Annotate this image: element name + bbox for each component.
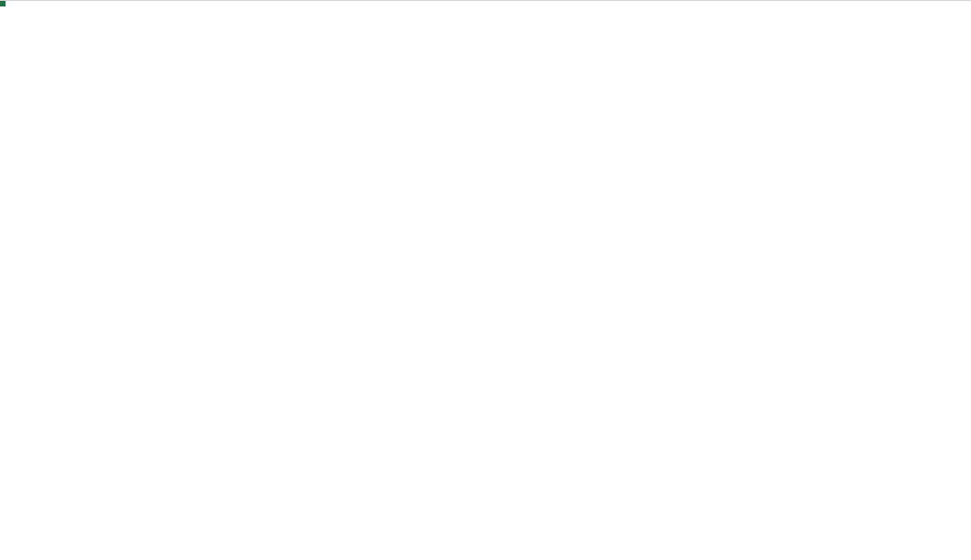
- selection-fill-handle[interactable]: [0, 1, 6, 6]
- spreadsheet-grid[interactable]: [0, 0, 971, 1]
- selection-outline: [0, 1, 4, 5]
